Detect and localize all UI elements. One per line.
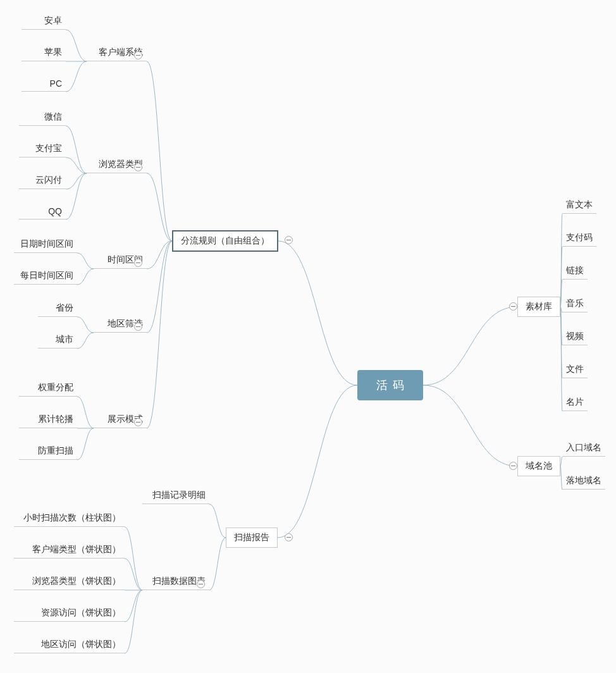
leaf-label: 文件: [566, 364, 584, 374]
branch-label: 扫描报告: [234, 532, 269, 542]
leaf-label: 资源访问（饼状图）: [41, 607, 121, 617]
leaf-label: 云闪付: [35, 175, 62, 185]
leaf[interactable]: 防重扫描: [19, 443, 77, 460]
collapse-icon[interactable]: [134, 418, 142, 426]
leaf-label: 城市: [56, 334, 73, 344]
leaf[interactable]: 省份: [38, 300, 77, 317]
leaf[interactable]: 资源访问（饼状图）: [14, 605, 125, 622]
leaf[interactable]: QQ: [19, 204, 66, 219]
leaf[interactable]: 苹果: [22, 44, 66, 61]
branch-label: 素材库: [526, 301, 552, 311]
leaf-label: 省份: [56, 302, 73, 312]
branch-scan-report[interactable]: 扫描报告: [226, 528, 278, 548]
leaf-label: PC: [50, 78, 62, 89]
branch-label: 分流规则（自由组合）: [181, 235, 269, 245]
leaf[interactable]: 浏览器类型（饼状图）: [14, 573, 125, 590]
leaf[interactable]: 累计轮播: [19, 411, 77, 428]
collapse-icon[interactable]: [134, 323, 142, 331]
leaf-label: 扫描记录明细: [152, 490, 206, 500]
collapse-icon[interactable]: [285, 236, 293, 244]
leaf-label: 音乐: [566, 298, 584, 308]
leaf[interactable]: 视频: [562, 328, 588, 345]
branch-routing-rules[interactable]: 分流规则（自由组合）: [172, 230, 278, 252]
root-node[interactable]: 活码: [357, 370, 423, 400]
leaf-label: 安卓: [44, 15, 62, 25]
leaf[interactable]: 日期时间区间: [14, 236, 77, 253]
leaf-label: 每日时间区间: [20, 270, 73, 280]
leaf-label: 微信: [44, 111, 62, 121]
leaf[interactable]: 地区访问（饼状图）: [14, 636, 125, 653]
leaf[interactable]: 入口域名: [562, 440, 605, 457]
leaf[interactable]: 文件: [562, 361, 588, 378]
branch-domain[interactable]: 域名池: [517, 456, 560, 476]
leaf-label: 链接: [566, 265, 584, 275]
collapse-icon[interactable]: [509, 302, 517, 311]
leaf-label: 日期时间区间: [20, 238, 73, 249]
leaf[interactable]: 安卓: [22, 13, 66, 30]
edges-layer: [0, 0, 616, 673]
leaf-label: 支付宝: [35, 143, 62, 153]
leaf-label: 视频: [566, 331, 584, 341]
collapse-icon[interactable]: [134, 163, 142, 171]
collapse-icon[interactable]: [197, 580, 205, 588]
leaf-label: 富文本: [566, 199, 593, 209]
branch-material[interactable]: 素材库: [517, 297, 560, 317]
branch-label: 域名池: [526, 460, 552, 471]
collapse-icon[interactable]: [134, 51, 142, 59]
leaf[interactable]: PC: [22, 76, 66, 92]
leaf-label: 名片: [566, 397, 584, 407]
leaf-label: 防重扫描: [38, 445, 73, 455]
leaf[interactable]: 小时扫描次数（柱状图）: [14, 510, 125, 527]
leaf[interactable]: 支付码: [562, 230, 596, 247]
leaf-label: 客户端类型（饼状图）: [32, 544, 121, 554]
leaf[interactable]: 城市: [38, 331, 77, 349]
leaf[interactable]: 音乐: [562, 295, 588, 312]
leaf[interactable]: 落地域名: [562, 472, 605, 490]
leaf[interactable]: 支付宝: [19, 140, 66, 157]
leaf[interactable]: 每日时间区间: [14, 268, 77, 285]
leaf[interactable]: 权重分配: [19, 380, 77, 397]
root-label: 活码: [376, 379, 409, 392]
collapse-icon[interactable]: [134, 259, 142, 267]
leaf-label: 小时扫描次数（柱状图）: [23, 512, 121, 522]
leaf-label: 苹果: [44, 47, 62, 57]
leaf[interactable]: 云闪付: [19, 172, 66, 189]
leaf-label: QQ: [48, 206, 62, 216]
collapse-icon[interactable]: [509, 462, 517, 470]
leaf-label: 累计轮播: [38, 414, 73, 424]
leaf-label: 入口域名: [566, 442, 601, 452]
leaf-label: 落地域名: [566, 475, 601, 485]
leaf[interactable]: 客户端类型（饼状图）: [14, 541, 125, 559]
leaf-scan-detail[interactable]: 扫描记录明细: [142, 487, 209, 504]
leaf-label: 地区访问（饼状图）: [41, 639, 121, 649]
leaf[interactable]: 微信: [19, 109, 66, 126]
leaf-label: 权重分配: [38, 382, 73, 392]
leaf-label: 支付码: [566, 232, 593, 242]
leaf-label: 浏览器类型（饼状图）: [32, 576, 121, 586]
leaf[interactable]: 名片: [562, 394, 588, 411]
leaf[interactable]: 链接: [562, 262, 588, 280]
leaf[interactable]: 富文本: [562, 197, 596, 214]
collapse-icon[interactable]: [285, 533, 293, 541]
